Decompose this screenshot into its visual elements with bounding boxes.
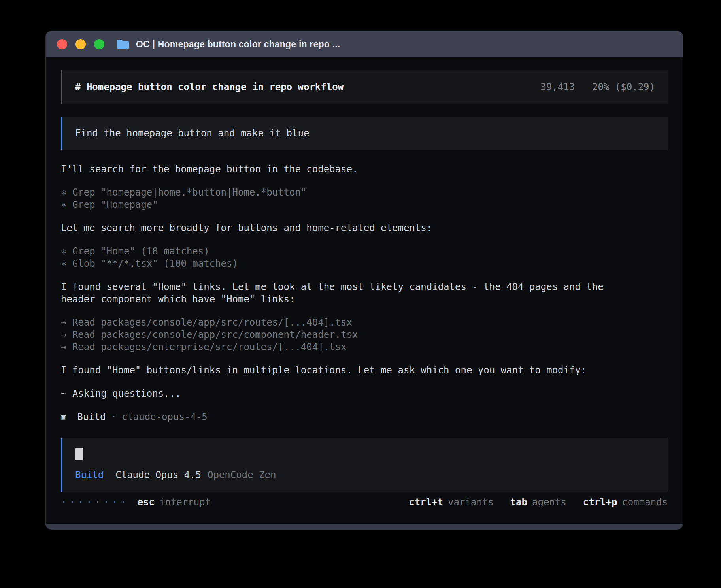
folder-icon: [116, 39, 130, 50]
chat-line: ∗ Grep "homepage|home.*button|Home.*butt…: [61, 187, 668, 199]
shortcut-key: ctrl+t: [409, 496, 443, 509]
shortcut-key: ctrl+p: [583, 496, 617, 509]
chat-block: Let me search more broadly for buttons a…: [61, 222, 668, 234]
token-count: 39,413: [540, 81, 575, 92]
chat-line: I found several "Home" links. Let me loo…: [61, 281, 668, 293]
terminal-window: OC | Homepage button color change in rep…: [45, 31, 683, 530]
shortcut-hint: ctrl+tvariants: [409, 496, 493, 509]
chat-block: ∗ Grep "homepage|home.*button|Home.*butt…: [61, 187, 668, 211]
model-provider: OpenCode Zen: [208, 469, 276, 481]
esc-key-hint: esc: [138, 496, 155, 509]
agent-status-line: ▣ Build · claude-opus-4-5: [61, 411, 668, 423]
text-cursor: [75, 448, 83, 460]
chat-line: I found "Home" buttons/links in multiple…: [61, 364, 668, 377]
chat-line: ∗ Grep "Home" (18 matches): [61, 245, 668, 258]
chat-line: → Read packages/console/app/src/componen…: [61, 329, 668, 341]
close-button[interactable]: [57, 39, 67, 49]
active-agent[interactable]: Build: [75, 469, 104, 481]
status-left: ········ esc interrupt: [61, 496, 211, 509]
chat-block: ~ Asking questions...: [61, 388, 668, 400]
window-bottom-bezel: [46, 524, 683, 530]
esc-key-label: interrupt: [159, 496, 211, 509]
chat-block: I'll search for the homepage button in t…: [61, 163, 668, 175]
conversation: I'll search for the homepage button in t…: [61, 163, 668, 400]
input-footer: Build Claude Opus 4.5 OpenCode Zen: [75, 469, 655, 481]
window-title: OC | Homepage button color change in rep…: [136, 39, 340, 50]
shortcut-hint: tabagents: [510, 496, 566, 509]
shortcut-label: agents: [532, 496, 566, 509]
chat-line: header component which have "Home" links…: [61, 293, 668, 305]
context-usage: 20% ($0.29): [592, 81, 655, 92]
session-title: # Homepage button color change in repo w…: [75, 81, 344, 92]
chat-block: ∗ Grep "Home" (18 matches)∗ Glob "**/*.t…: [61, 245, 668, 270]
prompt-input[interactable]: Build Claude Opus 4.5 OpenCode Zen: [61, 438, 668, 492]
user-message: Find the homepage button and make it blu…: [61, 117, 668, 150]
chat-line: ∗ Glob "**/*.tsx" (100 matches): [61, 258, 668, 270]
active-model[interactable]: Claude Opus 4.5: [115, 469, 201, 481]
chat-line: ~ Asking questions...: [61, 388, 668, 400]
shortcut-hint: ctrl+pcommands: [583, 496, 668, 509]
minimize-button[interactable]: [75, 39, 86, 49]
agent-status-separator: ·: [111, 411, 117, 423]
shortcut-label: variants: [448, 496, 494, 509]
chat-block: I found "Home" buttons/links in multiple…: [61, 364, 668, 377]
shortcut-key: tab: [510, 496, 527, 509]
agent-status-name: Build: [77, 411, 106, 423]
chat-block: → Read packages/console/app/src/routes/[…: [61, 317, 668, 353]
titlebar[interactable]: OC | Homepage button color change in rep…: [46, 31, 683, 57]
agent-status-model: claude-opus-4-5: [122, 411, 208, 423]
agent-status-icon: ▣: [61, 411, 66, 423]
chat-line: → Read packages/console/app/src/routes/[…: [61, 317, 668, 329]
chat-line: I'll search for the homepage button in t…: [61, 163, 668, 175]
status-bar: ········ esc interrupt ctrl+tvariantstab…: [61, 496, 668, 509]
zoom-button[interactable]: [94, 39, 104, 49]
session-stats: 39,413 20% ($0.29): [540, 81, 655, 92]
chat-line: ∗ Grep "Homepage": [61, 199, 668, 211]
session-header: # Homepage button color change in repo w…: [61, 70, 668, 104]
desktop: OC | Homepage button color change in rep…: [0, 0, 721, 588]
shortcut-label: commands: [622, 496, 668, 509]
chat-line: → Read packages/enterprise/src/routes/[.…: [61, 341, 668, 353]
chat-line: Let me search more broadly for buttons a…: [61, 222, 668, 234]
terminal-content: # Homepage button color change in repo w…: [46, 57, 683, 530]
traffic-lights: [57, 39, 104, 49]
chat-block: I found several "Home" links. Let me loo…: [61, 281, 668, 305]
shortcut-hints: ctrl+tvariantstabagentsctrl+pcommands: [409, 496, 668, 509]
spinner-dots: ········: [61, 496, 129, 509]
window-title-group: OC | Homepage button color change in rep…: [116, 39, 340, 50]
